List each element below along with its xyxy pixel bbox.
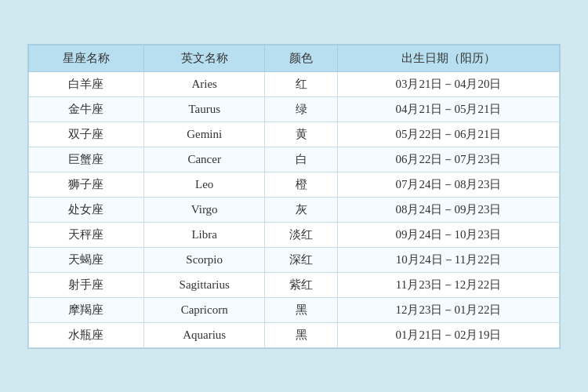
cell-dates: 10月24日－11月22日 [337, 247, 559, 272]
cell-dates: 05月22日－06月21日 [337, 122, 559, 147]
cell-chinese: 狮子座 [29, 172, 144, 197]
cell-color: 深红 [265, 247, 338, 272]
table-body: 白羊座Aries红03月21日－04月20日金牛座Taurus绿04月21日－0… [29, 71, 560, 347]
cell-chinese: 白羊座 [29, 71, 144, 96]
zodiac-table: 星座名称 英文名称 颜色 出生日期（阳历） 白羊座Aries红03月21日－04… [28, 45, 560, 348]
table-row: 金牛座Taurus绿04月21日－05月21日 [29, 96, 560, 122]
cell-color: 橙 [265, 172, 338, 197]
cell-chinese: 处女座 [29, 197, 144, 222]
table-header-row: 星座名称 英文名称 颜色 出生日期（阳历） [29, 45, 560, 71]
cell-chinese: 射手座 [29, 272, 144, 297]
cell-dates: 09月24日－10月23日 [337, 222, 559, 247]
table-row: 射手座Sagittarius紫红11月23日－12月22日 [29, 272, 560, 297]
cell-dates: 08月24日－09月23日 [337, 197, 559, 222]
cell-color: 紫红 [265, 272, 338, 297]
table-row: 白羊座Aries红03月21日－04月20日 [29, 71, 560, 96]
cell-chinese: 天蝎座 [29, 247, 144, 272]
cell-english: Taurus [143, 96, 265, 122]
cell-color: 白 [265, 147, 338, 172]
cell-english: Leo [143, 172, 265, 197]
cell-chinese: 摩羯座 [29, 297, 144, 322]
table-row: 狮子座Leo橙07月24日－08月23日 [29, 172, 560, 197]
table-row: 水瓶座Aquarius黑01月21日－02月19日 [29, 322, 560, 347]
cell-english: Cancer [143, 147, 265, 172]
cell-color: 淡红 [265, 222, 338, 247]
col-header-chinese: 星座名称 [29, 45, 144, 71]
table-row: 摩羯座Capricorn黑12月23日－01月22日 [29, 297, 560, 322]
col-header-english: 英文名称 [143, 45, 265, 71]
cell-color: 绿 [265, 96, 338, 122]
cell-color: 黑 [265, 322, 338, 347]
cell-english: Libra [143, 222, 265, 247]
cell-english: Aquarius [143, 322, 265, 347]
cell-english: Virgo [143, 197, 265, 222]
table-row: 天蝎座Scorpio深红10月24日－11月22日 [29, 247, 560, 272]
cell-chinese: 金牛座 [29, 96, 144, 122]
table-row: 处女座Virgo灰08月24日－09月23日 [29, 197, 560, 222]
cell-color: 黄 [265, 122, 338, 147]
cell-dates: 04月21日－05月21日 [337, 96, 559, 122]
cell-dates: 11月23日－12月22日 [337, 272, 559, 297]
cell-chinese: 双子座 [29, 122, 144, 147]
cell-dates: 12月23日－01月22日 [337, 297, 559, 322]
zodiac-table-container: 星座名称 英文名称 颜色 出生日期（阳历） 白羊座Aries红03月21日－04… [27, 44, 561, 349]
cell-english: Sagittarius [143, 272, 265, 297]
cell-color: 灰 [265, 197, 338, 222]
col-header-dates: 出生日期（阳历） [337, 45, 559, 71]
cell-english: Capricorn [143, 297, 265, 322]
col-header-color: 颜色 [265, 45, 338, 71]
cell-dates: 01月21日－02月19日 [337, 322, 559, 347]
cell-dates: 07月24日－08月23日 [337, 172, 559, 197]
table-row: 双子座Gemini黄05月22日－06月21日 [29, 122, 560, 147]
cell-english: Aries [143, 71, 265, 96]
cell-color: 红 [265, 71, 338, 96]
cell-dates: 06月22日－07月23日 [337, 147, 559, 172]
cell-english: Scorpio [143, 247, 265, 272]
table-row: 巨蟹座Cancer白06月22日－07月23日 [29, 147, 560, 172]
cell-chinese: 天秤座 [29, 222, 144, 247]
cell-chinese: 巨蟹座 [29, 147, 144, 172]
table-row: 天秤座Libra淡红09月24日－10月23日 [29, 222, 560, 247]
cell-dates: 03月21日－04月20日 [337, 71, 559, 96]
cell-color: 黑 [265, 297, 338, 322]
cell-chinese: 水瓶座 [29, 322, 144, 347]
cell-english: Gemini [143, 122, 265, 147]
